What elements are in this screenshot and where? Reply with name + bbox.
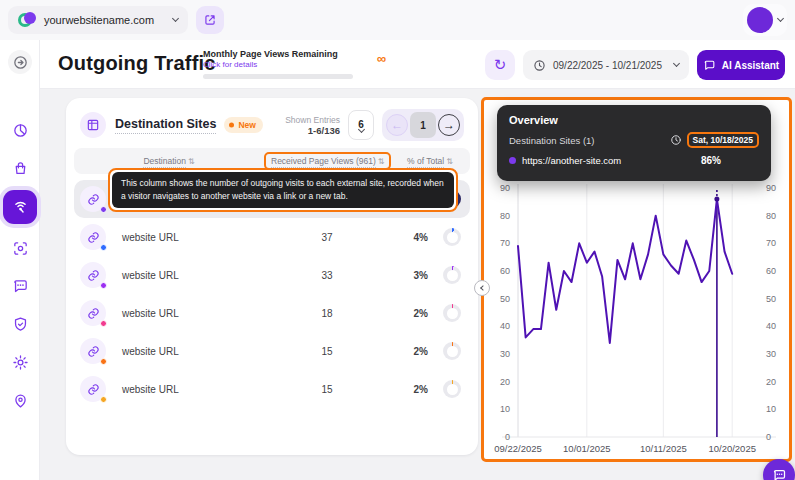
sidebar-item-location[interactable] bbox=[8, 388, 32, 412]
svg-text:80: 80 bbox=[500, 211, 510, 221]
next-page-button[interactable]: → bbox=[438, 114, 460, 136]
chat-fab[interactable] bbox=[763, 459, 795, 480]
svg-text:0: 0 bbox=[766, 432, 771, 442]
sidebar-item-analytics[interactable] bbox=[8, 118, 32, 142]
series-dot bbox=[509, 157, 516, 164]
site-color-dot bbox=[100, 320, 107, 327]
column-tooltip: This column shows the number of outgoing… bbox=[108, 168, 458, 212]
percent-cell: 4% bbox=[390, 232, 434, 243]
chevron-left-icon bbox=[480, 285, 486, 291]
chart-hover-overview: Overview Destination Sites (1) Sat, 10/1… bbox=[497, 105, 771, 181]
shown-entries-label: Shown Entries bbox=[285, 115, 340, 125]
quota-details-link[interactable]: Click for details bbox=[203, 60, 368, 69]
overview-site: https://another-site.com bbox=[509, 155, 621, 166]
svg-text:10/01/2025: 10/01/2025 bbox=[563, 443, 611, 454]
gear-icon bbox=[12, 354, 29, 371]
page-number[interactable]: 1 bbox=[410, 112, 436, 138]
pagination: ← 1 → bbox=[382, 109, 464, 141]
percent-cell: 2% bbox=[390, 384, 434, 395]
sidebar-item-security[interactable] bbox=[8, 312, 32, 336]
sidebar-item-toggle[interactable] bbox=[8, 50, 32, 74]
chevron-down-icon bbox=[172, 15, 179, 22]
svg-text:50: 50 bbox=[766, 294, 776, 304]
page-title: Outgoing Traffic bbox=[58, 52, 216, 75]
avatar bbox=[747, 7, 773, 33]
chat-bubble-icon bbox=[12, 278, 29, 295]
collapse-arrow-icon bbox=[12, 54, 29, 71]
site-color-dot bbox=[100, 358, 107, 365]
table-row[interactable]: website URL374% bbox=[74, 218, 470, 256]
svg-text:0: 0 bbox=[505, 432, 510, 442]
link-icon bbox=[80, 186, 106, 212]
open-site-button[interactable] bbox=[196, 6, 224, 34]
refresh-button[interactable]: ↻ bbox=[485, 50, 515, 80]
sidebar-item-tracking[interactable] bbox=[8, 236, 32, 260]
views-cell: 18 bbox=[264, 308, 390, 319]
shown-entries: Shown Entries 1-6/136 bbox=[285, 115, 340, 136]
svg-text:90: 90 bbox=[500, 183, 510, 193]
chart-panel: 09/22/202510/01/202510/11/202510/20/2025… bbox=[481, 97, 792, 462]
table-body: website URL58160%website URL374%website … bbox=[74, 180, 470, 408]
site-color-dot bbox=[100, 396, 107, 403]
percent-donut bbox=[443, 266, 461, 284]
site-color-dot bbox=[100, 244, 107, 251]
quota-progress-bar bbox=[203, 74, 353, 79]
sidebar-item-ecommerce[interactable] bbox=[8, 156, 32, 180]
svg-text:10/11/2025: 10/11/2025 bbox=[640, 443, 687, 454]
column-destination[interactable]: Destination⇅ bbox=[74, 156, 264, 166]
svg-text:10/20/2025: 10/20/2025 bbox=[708, 443, 756, 454]
destination-cell: website URL bbox=[114, 308, 264, 319]
prev-page-button[interactable]: ← bbox=[386, 114, 408, 136]
link-icon bbox=[80, 376, 106, 402]
svg-text:40: 40 bbox=[500, 321, 510, 331]
svg-text:20: 20 bbox=[500, 377, 510, 387]
svg-text:10: 10 bbox=[500, 404, 510, 414]
ai-assistant-button[interactable]: AI Assistant bbox=[697, 50, 785, 80]
link-icon bbox=[80, 338, 106, 364]
site-color-dot bbox=[100, 206, 107, 213]
card-title: Destination Sites bbox=[115, 117, 216, 134]
link-icon bbox=[80, 224, 106, 250]
sidebar-item-settings[interactable] bbox=[8, 350, 32, 374]
destination-sites-card: Destination Sites New Shown Entries 1-6/… bbox=[66, 98, 478, 455]
app-window: yourwebsitename.com Outgoing Traffic Mon… bbox=[0, 0, 795, 480]
user-menu[interactable] bbox=[743, 4, 787, 36]
percent-donut bbox=[443, 342, 461, 360]
clock-icon bbox=[670, 134, 682, 146]
link-icon bbox=[80, 300, 106, 326]
svg-text:30: 30 bbox=[766, 349, 776, 359]
refresh-icon: ↻ bbox=[494, 56, 507, 74]
views-cell: 33 bbox=[264, 270, 390, 281]
external-link-icon bbox=[203, 13, 217, 27]
new-badge: New bbox=[224, 117, 262, 133]
date-range-picker[interactable]: 09/22/2025 - 10/21/2025 bbox=[523, 50, 689, 80]
website-selector[interactable]: yourwebsitename.com bbox=[8, 6, 188, 34]
chat-icon bbox=[703, 59, 716, 72]
chevron-down-icon bbox=[777, 15, 784, 22]
topbar: yourwebsitename.com bbox=[0, 0, 795, 40]
percent-cell: 2% bbox=[390, 346, 434, 357]
table-row[interactable]: website URL333% bbox=[74, 256, 470, 294]
percent-cell: 3% bbox=[390, 270, 434, 281]
overview-value: 86% bbox=[701, 155, 721, 166]
page-size-select[interactable]: 6 bbox=[348, 110, 374, 140]
app-logo bbox=[18, 11, 36, 29]
website-name: yourwebsitename.com bbox=[44, 14, 165, 26]
svg-text:70: 70 bbox=[766, 238, 776, 248]
column-percent-of-total[interactable]: % of Total⇅ bbox=[390, 156, 470, 166]
svg-text:80: 80 bbox=[766, 211, 776, 221]
table-row[interactable]: website URL182% bbox=[74, 294, 470, 332]
svg-text:60: 60 bbox=[766, 266, 776, 276]
percent-cell: 2% bbox=[390, 308, 434, 319]
panel-collapse-handle[interactable] bbox=[474, 280, 490, 296]
sidebar-item-messages[interactable] bbox=[8, 274, 32, 298]
quota-value: ∞ bbox=[377, 51, 386, 66]
table-row[interactable]: website URL152% bbox=[74, 332, 470, 370]
table-row[interactable]: website URL152% bbox=[74, 370, 470, 408]
sidebar-item-outgoing-traffic[interactable] bbox=[3, 190, 37, 224]
card-header: Destination Sites New Shown Entries 1-6/… bbox=[80, 110, 464, 140]
views-cell: 15 bbox=[264, 346, 390, 357]
column-tooltip-text: This column shows the number of outgoing… bbox=[112, 172, 454, 208]
link-icon bbox=[80, 262, 106, 288]
svg-text:60: 60 bbox=[500, 266, 510, 276]
